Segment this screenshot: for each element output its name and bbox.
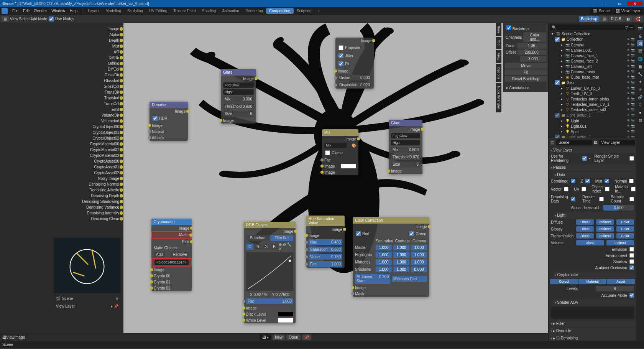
output-socket[interactable]: CryptoAsset01 bbox=[54, 164, 121, 170]
workspace-tab[interactable]: Layout bbox=[85, 8, 102, 14]
node-header[interactable]: Cryptomatte bbox=[151, 219, 192, 225]
outliner-item[interactable]: ▸▽Lurker_UV_hp_3👁📷 bbox=[549, 86, 636, 91]
output-socket[interactable]: DiffCol bbox=[54, 66, 121, 72]
output-socket[interactable]: CryptoMaterial01 bbox=[54, 147, 121, 153]
node-header[interactable]: Glare bbox=[221, 69, 256, 76]
outliner-item[interactable]: 📁Light_setup_2👁📷 bbox=[549, 134, 636, 138]
workspace-tab[interactable]: Texture Paint bbox=[170, 8, 199, 14]
output-socket[interactable]: Noisy Image bbox=[54, 176, 121, 181]
channel-btn[interactable]: ◐ bbox=[624, 16, 632, 22]
outliner-item[interactable]: ▸💡Light.001👁📷 bbox=[549, 123, 636, 129]
output-socket[interactable]: Denoising Shadowing bbox=[54, 199, 121, 204]
workspace-tab[interactable]: Compositing bbox=[266, 8, 294, 14]
channel-btn[interactable]: ⊞ bbox=[600, 16, 608, 22]
matte-id-highlight[interactable]: <0.000140311618> bbox=[151, 258, 192, 267]
node-input[interactable]: Normal bbox=[152, 130, 164, 134]
minimize-button[interactable]: — bbox=[596, 2, 612, 6]
outliner-item[interactable]: ▸📷Camera_face_2👁📷 bbox=[549, 58, 636, 64]
output-socket[interactable]: Denoising Albedo bbox=[54, 187, 121, 193]
particles-tab-icon[interactable]: ✦ bbox=[637, 79, 643, 85]
hsv-node[interactable]: Hue Saturation Value Image Image Hue0.48… bbox=[306, 216, 345, 268]
menu-file[interactable]: File bbox=[10, 8, 21, 14]
outliner-item[interactable]: ▸📷Camera_left👁📷 bbox=[549, 64, 636, 69]
view-menu[interactable]: View bbox=[10, 17, 18, 21]
editor-type-icon[interactable]: ⊞ bbox=[2, 16, 9, 22]
output-socket[interactable]: CryptoObject02 bbox=[54, 135, 121, 141]
output-socket[interactable]: Mist bbox=[54, 43, 121, 49]
output-socket[interactable]: TransInd bbox=[54, 95, 121, 101]
node-input[interactable]: Albedo bbox=[152, 136, 164, 140]
menu-help[interactable]: Help bbox=[67, 8, 80, 14]
matte-output-highlight[interactable]: Matte bbox=[151, 231, 192, 239]
object-tab-icon[interactable]: ▦ bbox=[637, 63, 643, 69]
texture-tab-icon[interactable]: ▨ bbox=[637, 117, 643, 123]
mix-mode-dropdown[interactable]: Mix bbox=[324, 143, 347, 148]
backdrop-toggle[interactable]: Backdrop bbox=[579, 16, 600, 22]
output-socket[interactable]: Denoising Variance bbox=[54, 204, 121, 210]
output-socket[interactable]: Depth bbox=[54, 38, 121, 43]
outliner-item[interactable]: ▸▽Tentacles_inner_UV_1👁📷 bbox=[549, 102, 636, 107]
outliner-search[interactable]: 🔍 ▽ ⋯ bbox=[550, 25, 635, 30]
remove-button[interactable]: Remove bbox=[171, 252, 189, 257]
output-socket[interactable]: GlossDir bbox=[54, 72, 121, 78]
outliner-item[interactable]: ▸▣Cube_base_mat👁📷 bbox=[549, 74, 636, 80]
add-button[interactable]: Add bbox=[154, 252, 165, 257]
snap-toggle[interactable]: 🧲 bbox=[633, 16, 642, 22]
output-socket[interactable]: VolumeInd bbox=[54, 118, 121, 124]
outliner-item[interactable]: 📁Collection👁📷 bbox=[549, 36, 636, 42]
output-socket[interactable]: DiffDir bbox=[54, 55, 121, 61]
output-socket[interactable]: TransCol bbox=[54, 101, 121, 107]
color-correction-node[interactable]: Color Correction Image Red Green Saturat… bbox=[353, 217, 429, 297]
close-button[interactable]: ✕ bbox=[627, 2, 642, 6]
node-header[interactable]: Mix bbox=[322, 129, 358, 136]
workspace-tab[interactable]: Sculpting bbox=[124, 8, 146, 14]
world-tab-icon[interactable]: 🌐 bbox=[637, 56, 643, 62]
channel-btn[interactable]: R G B bbox=[609, 16, 624, 22]
select-menu[interactable]: Select bbox=[19, 17, 30, 21]
outliner-item[interactable]: ▸📷Camera_main👁📷 bbox=[549, 69, 636, 74]
outliner-item[interactable]: 📁Light_setup_1👁📷 bbox=[549, 112, 636, 118]
editor-type-icon[interactable]: 🖼 bbox=[2, 335, 6, 339]
menu-render[interactable]: Render bbox=[32, 8, 49, 14]
node-header[interactable]: RGB Curves bbox=[244, 222, 296, 228]
scene-selector[interactable]: 🎬 Scene bbox=[590, 8, 612, 14]
lens-distortion-node[interactable]: Image Projector Jitter Fit Image Distort… bbox=[335, 38, 374, 89]
node-header[interactable]: Hue Saturation Value bbox=[306, 216, 345, 226]
workspace-tab[interactable]: Shading bbox=[199, 8, 219, 14]
output-socket[interactable]: AO bbox=[54, 49, 121, 55]
hdr-checkbox[interactable] bbox=[153, 116, 158, 121]
output-socket[interactable]: DiffInd bbox=[54, 61, 121, 66]
rgb-curves-node[interactable]: RGB Curves Image StandardFilm like C R G… bbox=[244, 222, 296, 323]
output-tab-icon[interactable]: 🖨 bbox=[637, 33, 643, 39]
scene-field[interactable]: 🎬 Scene✕ bbox=[54, 295, 121, 302]
new-button[interactable]: New bbox=[273, 334, 285, 340]
menu-edit[interactable]: Edit bbox=[21, 8, 32, 14]
pin-icon[interactable]: 📌 bbox=[302, 334, 311, 340]
move-button[interactable]: Move bbox=[505, 63, 547, 69]
glare-quality-dropdown[interactable]: High bbox=[223, 89, 254, 95]
output-socket[interactable]: Denoising Depth bbox=[54, 193, 121, 199]
output-socket[interactable]: TransDir bbox=[54, 89, 121, 95]
outliner-item[interactable]: ▸▽Tentacles_inner_blobs👁📷 bbox=[549, 96, 636, 102]
material-tab-icon[interactable]: ● bbox=[637, 109, 643, 115]
output-socket[interactable]: GlossCol bbox=[54, 84, 121, 89]
outliner-item[interactable]: ▸▽Tentacles_outer_sd3👁📷 bbox=[549, 107, 636, 112]
output-socket[interactable]: Denoising Intensity bbox=[54, 210, 121, 216]
output-socket[interactable]: CryptoObject01 bbox=[54, 130, 121, 135]
image-datablock[interactable]: 🖼 ▾ bbox=[260, 334, 271, 340]
workspace-tab[interactable]: Rendering bbox=[242, 8, 266, 14]
use-nodes-checkbox[interactable]: Use Nodes bbox=[48, 16, 75, 22]
node-header[interactable]: Glare bbox=[389, 120, 422, 126]
render-tab-icon[interactable]: 📷 bbox=[637, 25, 643, 31]
node-output[interactable]: Image bbox=[175, 109, 186, 114]
reset-backdrop-button[interactable]: Reset Backdrop bbox=[505, 76, 547, 82]
outliner[interactable]: 🔍 ▽ ⋯ ▾🎬Scene Collection 📁Collection👁📷▸📷… bbox=[549, 23, 636, 138]
workspace-tab[interactable]: Animation bbox=[219, 8, 242, 14]
add-workspace-button[interactable]: + bbox=[315, 8, 322, 14]
scene-tab-icon[interactable]: 🎬 bbox=[637, 48, 643, 54]
constraints-tab-icon[interactable]: 🔗 bbox=[637, 94, 643, 100]
workspace-tab[interactable]: Modeling bbox=[102, 8, 124, 14]
outliner-item[interactable]: ▸💡Spot👁📷 bbox=[549, 129, 636, 134]
output-socket[interactable]: VolumeDir bbox=[54, 112, 121, 118]
node-editor[interactable]: ImageAlphaDepthMistAODiffDirDiffIndDiffC… bbox=[0, 23, 548, 341]
